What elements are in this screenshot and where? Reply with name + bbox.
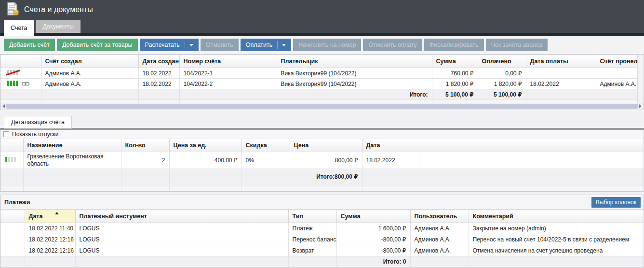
column-header-instrument[interactable]: Платежный инстумент: [75, 210, 288, 223]
link-icon: [22, 81, 29, 87]
empty-cell: [23, 169, 121, 185]
payment-row[interactable]: 18.02.2022 12:16 LOGUS Перенос баланса -…: [0, 234, 644, 245]
column-header-type[interactable]: Тип: [288, 210, 336, 223]
tab-documents[interactable]: Документы: [36, 20, 80, 33]
column-header-processed-by[interactable]: Счёт провел: [596, 55, 637, 68]
total-sum: 5 100,00 ₽: [432, 89, 478, 100]
column-header-comment[interactable]: Комментарий: [469, 210, 644, 223]
advance-receipt-button: Чек зачёта аванса: [486, 39, 548, 51]
payment-row[interactable]: 18.02.2022 11:40 LOGUS Платеж 1 600,00 ₽…: [0, 223, 644, 234]
payment-row[interactable]: 18.02.2022 12:16 LOGUS Возврат -800,00 ₽…: [0, 245, 644, 256]
paid-invoice-icon: [7, 81, 18, 86]
add-goods-invoice-button[interactable]: Добавить счёт за товары: [57, 39, 138, 51]
column-header-paid[interactable]: Оплачено: [478, 55, 526, 68]
button-divider: [185, 41, 185, 49]
column-header-payer[interactable]: Плательщик: [277, 55, 432, 68]
empty-cell: [138, 89, 179, 100]
paid-cell: 0,00 ₽: [478, 68, 526, 79]
column-header-date-sorted[interactable]: Дата: [25, 210, 75, 223]
column-header-creator[interactable]: Счёт создал: [41, 55, 138, 68]
created-cell: 18.02.2022: [138, 79, 179, 89]
add-invoice-button[interactable]: Добавить счёт: [4, 39, 55, 51]
page-title: Счета и документы: [24, 5, 93, 14]
empty-cell: [410, 256, 469, 268]
qty-cell: 2: [121, 152, 169, 169]
comment-cell: Перенос на новый счет 104/2022-5 в связи…: [469, 234, 644, 245]
button-label: Отменить оплату: [368, 42, 416, 48]
status-cell: [0, 234, 25, 245]
invoice-detail-table: Назначение Кол-во Цена за ед. Скидка Цен…: [0, 139, 644, 192]
scroll-right-icon[interactable]: [639, 104, 642, 108]
tab-accounts[interactable]: Счета: [4, 20, 34, 36]
paid-date-cell: 18.02.2022: [526, 79, 596, 89]
created-cell: 18.02.2022: [138, 68, 179, 79]
column-header-status[interactable]: [0, 210, 25, 223]
invoice-row[interactable]: Админов А.А. 18.02.2022 104/2022-1 Вика …: [0, 68, 637, 79]
checkbox-label: Показать отпуски: [12, 131, 59, 138]
column-header-date[interactable]: Дата: [362, 139, 420, 152]
cancel-payment-button: Отменить оплату: [363, 39, 422, 51]
fiscalize-button: Фискализировать: [424, 39, 484, 51]
button-label: Отменить: [206, 42, 233, 48]
show-releases-option[interactable]: Показать отпуски: [0, 130, 644, 139]
sort-ascending-icon: [55, 212, 59, 214]
empty-cell: [0, 256, 25, 268]
column-header-status[interactable]: [0, 55, 41, 68]
empty-cell: [526, 89, 596, 100]
button-label: Добавить счёт: [9, 42, 50, 48]
empty-cell: [169, 169, 242, 185]
column-header-discount[interactable]: Скидка: [242, 139, 290, 152]
date-cell: 18.02.2022 12:16: [25, 245, 75, 256]
service-name-cell: Грязелечение Воротниковая область: [23, 152, 121, 169]
instrument-cell: LOGUS: [75, 245, 288, 256]
column-chooser-button[interactable]: Выбор колонок: [591, 197, 641, 208]
filler-row: [0, 185, 644, 191]
column-header-user[interactable]: Пользователь: [410, 210, 469, 223]
scrollbar-thumb[interactable]: [6, 104, 638, 109]
date-cell: 18.02.2022 11:40: [25, 223, 75, 234]
button-label: Выбор колонок: [596, 199, 636, 206]
payments-total: Итого: 0: [336, 256, 410, 268]
user-cell: Админов А.А.: [410, 234, 469, 245]
scroll-left-icon[interactable]: [2, 104, 5, 108]
invoices-panel: Счёт создал Дата создания Номер счёта Пл…: [0, 54, 644, 110]
horizontal-scrollbar[interactable]: [0, 103, 644, 110]
column-header-price[interactable]: Цена: [290, 139, 362, 152]
detail-row[interactable]: Грязелечение Воротниковая область 2 400,…: [0, 152, 644, 169]
column-header-sum[interactable]: Сумма: [336, 210, 410, 223]
show-releases-checkbox[interactable]: [3, 131, 9, 137]
empty-cell: [420, 169, 644, 185]
tab-invoice-detail[interactable]: Детализация счёта: [4, 116, 72, 128]
column-header-status[interactable]: [0, 139, 23, 152]
column-header-qty[interactable]: Кол-во: [121, 139, 169, 152]
status-cell: [0, 245, 25, 256]
sum-cell: 760,00 ₽: [432, 68, 478, 79]
paid-date-cell: [526, 68, 596, 79]
empty-cell: [0, 89, 41, 100]
column-header-paid-date[interactable]: Дата оплаты: [526, 55, 596, 68]
vertical-scrollbar[interactable]: [637, 55, 644, 103]
comment-cell: Отмена начисления на счет успешно провед…: [469, 245, 644, 256]
cancel-button: Отменить: [201, 39, 239, 51]
column-header-sum[interactable]: Сумма: [432, 55, 478, 68]
button-label: Начислить на номер: [298, 42, 356, 48]
price-cell: 800,00 ₽: [290, 152, 362, 169]
column-header-number[interactable]: Номер счёта: [179, 55, 277, 68]
print-button[interactable]: Распечатать: [140, 39, 199, 51]
invoices-table: Счёт создал Дата создания Номер счёта Пл…: [0, 55, 637, 103]
invoice-row[interactable]: Админов А.А. 18.02.2022 104/2022-2 Вика …: [0, 79, 637, 89]
column-header-name[interactable]: Назначение: [23, 139, 121, 152]
status-cell: [0, 223, 25, 234]
empty-cell: [469, 256, 644, 268]
button-divider: [277, 41, 278, 49]
column-header-unit-price[interactable]: Цена за ед.: [169, 139, 242, 152]
pay-button[interactable]: Оплатить: [241, 39, 291, 51]
sum-cell: -800,00 ₽: [336, 234, 410, 245]
column-header-created[interactable]: Дата создания: [138, 55, 179, 68]
payments-table: Дата Платежный инстумент Тип Сумма Польз…: [0, 210, 644, 268]
processed-by-cell: [596, 68, 637, 79]
comment-cell: Закрытие на номер (admin): [469, 223, 644, 234]
discount-cell: 0%: [242, 152, 290, 169]
invoices-total-row: Итого: 5 100,00 ₽ 5 100,00 ₽: [0, 89, 637, 100]
empty-cell: [0, 169, 23, 185]
